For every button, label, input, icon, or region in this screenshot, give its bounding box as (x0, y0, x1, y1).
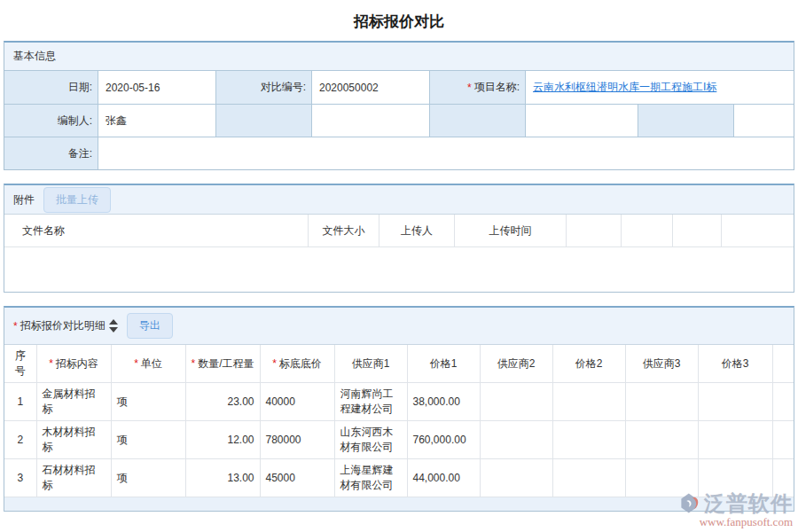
vendor-watermark: 泛普软件 www.fanpusoft.com (646, 491, 793, 528)
basic-info-header: 基本信息 (4, 43, 794, 71)
cell-no: 3 (4, 459, 36, 497)
col-header-price3: 价格3 (698, 345, 772, 383)
attachments-header: 附件 批量上传 (4, 185, 794, 214)
compiler-field[interactable]: 张鑫 (98, 105, 216, 137)
empty-cell (216, 105, 312, 137)
basic-info-title: 基本信息 (13, 49, 56, 64)
cell-unit: 项 (111, 421, 185, 459)
cell-price1: 44,000.00 (407, 459, 480, 497)
empty-column-header (622, 215, 673, 246)
cell-base-price: 45000 (260, 459, 334, 497)
sort-arrows-icon[interactable] (109, 319, 118, 332)
cell-supplier2 (480, 421, 552, 459)
attachments-table-header: 文件名称 文件大小 上传人 上传时间 (4, 214, 794, 247)
cell-content: 木材材料招标 (36, 421, 111, 459)
cell-qty: 12.00 (185, 421, 260, 459)
empty-cell (526, 105, 638, 137)
remark-field[interactable] (98, 137, 794, 169)
compiler-label: 编制人: (4, 105, 98, 137)
date-field[interactable]: 2020-05-16 (98, 71, 216, 104)
project-name-link[interactable]: 云南水利枢纽潜明水库一期工程施工I标 (533, 80, 716, 95)
file-size-column-header: 文件大小 (309, 215, 379, 246)
cell-price3 (698, 383, 772, 421)
empty-cell (312, 105, 430, 137)
table-row[interactable]: 2 木材材料招标 项 12.00 780000 山东河西木材有限公司 760,0… (4, 421, 794, 459)
cell-qty: 23.00 (185, 383, 260, 421)
col-header-no: 序号 (4, 345, 36, 383)
attachments-title: 附件 (13, 192, 35, 207)
cell-supplier3 (625, 421, 698, 459)
basic-info-row-2: 编制人: 张鑫 (4, 104, 794, 137)
cell-price2 (552, 383, 625, 421)
table-row[interactable]: 1 金属材料招标 项 23.00 40000 河南辉尚工程建材公司 38,000… (4, 383, 794, 421)
cell-supplier2 (480, 459, 552, 497)
cell-unit: 项 (111, 383, 185, 421)
col-header-cutoff (772, 345, 794, 383)
remark-label: 备注: (4, 137, 98, 169)
basic-info-section: 基本信息 日期: 2020-05-16 对比编号: 2020050002 * 项… (4, 41, 794, 170)
file-name-column-header: 文件名称 (4, 215, 309, 246)
cell-price3 (698, 421, 772, 459)
col-header-qty: *数量/工程量 (185, 345, 260, 383)
attachments-section: 附件 批量上传 文件名称 文件大小 上传人 上传时间 (4, 184, 794, 293)
cell-supplier1: 河南辉尚工程建材公司 (334, 383, 407, 421)
detail-title: 招标报价对比明细 (20, 318, 106, 333)
col-header-supplier2: 供应商2 (480, 345, 552, 383)
date-label: 日期: (4, 71, 98, 104)
cell-price2 (552, 459, 625, 497)
col-header-supplier3: 供应商3 (625, 345, 698, 383)
cell-price2 (552, 421, 625, 459)
upload-time-column-header: 上传时间 (455, 215, 567, 246)
detail-section: * 招标报价对比明细 导出 序号 *招标内容 *单位 *数量/工程量 *标底底价… (4, 306, 794, 512)
attachments-empty-body (4, 247, 794, 292)
basic-info-row-1: 日期: 2020-05-16 对比编号: 2020050002 * 项目名称: … (4, 71, 794, 104)
cell-no: 1 (4, 383, 36, 421)
cell-supplier1: 山东河西木材有限公司 (334, 421, 407, 459)
cell-unit: 项 (111, 459, 185, 497)
col-header-base-price: *标底底价 (260, 345, 334, 383)
compare-no-field[interactable]: 2020050002 (312, 71, 430, 104)
cell-cutoff (772, 383, 794, 421)
uploader-column-header: 上传人 (379, 215, 455, 246)
cell-qty: 13.00 (185, 459, 260, 497)
required-mark: * (467, 82, 472, 94)
cell-price1: 760,000.00 (407, 421, 480, 459)
cell-content: 石材材料招标 (36, 459, 111, 497)
col-header-supplier1: 供应商1 (334, 345, 407, 383)
detail-header-bar: * 招标报价对比明细 导出 (4, 308, 794, 345)
cell-base-price: 40000 (260, 383, 334, 421)
empty-cell (430, 105, 526, 137)
basic-info-row-3: 备注: (4, 137, 794, 169)
cell-cutoff (772, 421, 794, 459)
empty-column-header (567, 215, 622, 246)
empty-cell (638, 105, 734, 137)
export-button[interactable]: 导出 (127, 313, 173, 339)
col-header-price1: 价格1 (407, 345, 480, 383)
page-title: 招标报价对比 (0, 0, 798, 41)
required-mark: * (13, 320, 18, 332)
detail-table-header-row: 序号 *招标内容 *单位 *数量/工程量 *标底底价 供应商1 价格1 供应商2… (4, 345, 794, 383)
project-name-label: * 项目名称: (430, 71, 526, 104)
cell-price1: 38,000.00 (407, 383, 480, 421)
detail-table: 序号 *招标内容 *单位 *数量/工程量 *标底底价 供应商1 价格1 供应商2… (4, 345, 794, 497)
cell-supplier1: 上海星辉建材有限公司 (334, 459, 407, 497)
empty-column-header (673, 215, 722, 246)
fanpu-logo-icon (678, 491, 702, 515)
col-header-unit: *单位 (111, 345, 185, 383)
sort-down-icon (109, 327, 118, 332)
cell-supplier3 (625, 383, 698, 421)
vendor-url: www.fanpusoft.com (646, 515, 793, 528)
cell-content: 金属材料招标 (36, 383, 111, 421)
empty-cell (734, 105, 794, 137)
compare-no-label: 对比编号: (216, 71, 312, 104)
sort-up-icon (109, 319, 118, 325)
batch-upload-button[interactable]: 批量上传 (43, 187, 111, 213)
cell-supplier2 (480, 383, 552, 421)
project-name-field: 云南水利枢纽潜明水库一期工程施工I标 (526, 71, 794, 104)
col-header-price2: 价格2 (552, 345, 625, 383)
cell-base-price: 780000 (260, 421, 334, 459)
cell-no: 2 (4, 421, 36, 459)
empty-column-header (722, 215, 794, 246)
col-header-content: *招标内容 (36, 345, 111, 383)
vendor-name: 泛普软件 (704, 492, 793, 515)
